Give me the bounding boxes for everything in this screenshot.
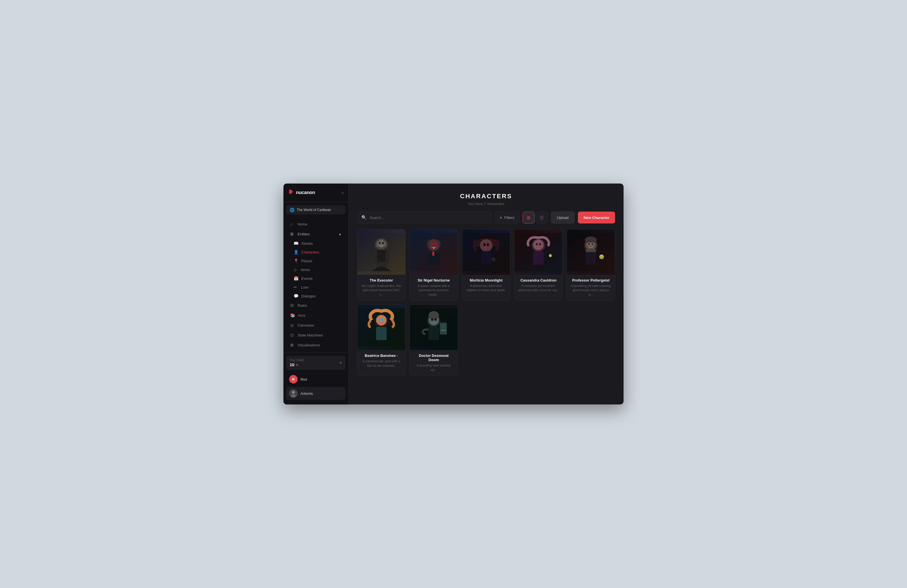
char-description: A suave vampire with a penchant for prec… [413,284,454,297]
sidebar-header: nucanon « [284,184,348,202]
user-artemis[interactable]: Artemis [286,387,346,400]
sidebar-item-home[interactable]: ⌂ Home [286,219,346,229]
sidebar-item-places-label: Places [301,259,312,263]
sidebar-item-rules[interactable]: ⊟ Rules [286,300,346,310]
char-image [357,305,405,350]
sidebar-item-events[interactable]: 📅 Events [289,274,346,283]
user-artemis-avatar [289,389,298,398]
svg-point-37 [588,243,590,245]
char-name: Doctor Desmond Doom [413,353,454,362]
filter-icon: ≡ [500,216,502,220]
user-riot[interactable]: R Riot [286,373,346,386]
char-name: Morticia Moonlight [466,278,507,283]
collapse-button[interactable]: « [341,190,344,195]
character-card[interactable]: The Executor the cryptic host/narrator, … [357,229,405,300]
upload-button[interactable]: Upload [551,212,575,224]
character-card[interactable]: Doctor Desmond Doom A brooding mad scien… [410,305,458,376]
svg-point-55 [434,318,436,321]
chevron-up-icon: ▲ [338,232,341,236]
character-card[interactable]: Morticia Moonlight A glamorous witch who… [462,229,510,300]
sidebar-item-lore[interactable]: ✏ Lore [289,283,346,291]
state-machines-icon: ⊡ [290,333,295,337]
page-title: CHARACTERS [360,193,612,200]
char-image [410,229,458,275]
char-info: The Executor the cryptic host/narrator, … [357,275,405,300]
page-header: CHARACTERS You have 7 characters [349,184,623,212]
char-info: Doctor Desmond Doom A brooding mad scien… [410,350,458,375]
sidebar-item-items-label: Items [301,268,310,272]
char-description: A bumbling yet well-meaning ghost hunter… [570,284,611,297]
svg-point-29 [536,243,538,245]
world-selector[interactable]: 🌐 The World of Caribean [286,205,346,214]
character-card[interactable]: Beatrice Banshee - A melodramatic spirit… [357,305,405,376]
char-name: The Executor [361,278,402,283]
character-card[interactable]: Sir Nigel Nocturne A suave vampire with … [410,229,458,300]
home-icon: ⌂ [290,222,295,226]
world-name: The World of Caribean [297,208,342,212]
main-content: CHARACTERS You have 7 characters 🔍 ≡ Fil… [349,184,623,404]
svg-point-48 [382,318,384,321]
search-icon: 🔍 [361,215,367,220]
grid-view-button[interactable]: ⊞ [522,212,535,224]
svg-rect-12 [374,253,377,254]
user-riot-avatar: R [289,375,298,383]
character-card[interactable]: Professor Poltergeist A bumbling yet wel… [567,229,615,300]
svg-rect-31 [533,251,544,265]
nav-sub-entities: 📖 Stories 👤 Characters 📍 Places ◇ Items … [287,239,348,300]
svg-point-16 [431,243,433,246]
svg-rect-49 [376,327,386,340]
svg-point-28 [533,240,544,250]
svg-point-9 [379,242,381,244]
svg-point-8 [378,240,385,248]
page-subtitle: You have 7 characters [360,202,612,206]
svg-rect-59 [441,330,446,331]
sidebar-item-events-label: Events [301,276,312,281]
filter-button[interactable]: ≡ Filters [495,212,519,224]
sidebar-item-places[interactable]: 📍 Places [289,257,346,265]
char-description: the cryptic host/narrator, this pitch-bl… [361,284,402,297]
sidebar-item-canvases[interactable]: ◎ Canvases [286,320,346,330]
visualisations-icon: ⊠ [290,343,295,347]
credit-info: Your Credit 10 ✦ [290,359,304,367]
char-name: Cassandra Cauldron [518,278,559,283]
user-artemis-name: Artemis [300,391,313,396]
add-credit-button[interactable]: + [340,360,342,365]
credit-box: Your Credit 10 ✦ + [286,356,346,370]
sidebar-item-state-machines[interactable]: ⊡ State Machines [286,330,346,340]
char-name: Sir Nigel Nocturne [413,278,454,283]
char-image [462,229,510,275]
sidebar-item-visualisations[interactable]: ⊠ Visualisations [286,340,346,350]
svg-point-46 [376,315,386,326]
sidebar-item-entities[interactable]: ⊞ Entities ▲ [286,229,346,239]
sidebar-item-state-machines-label: State Machines [298,333,323,337]
char-image [357,229,405,275]
svg-point-30 [539,243,541,245]
character-card[interactable]: Cassandra Cauldron A reclusive yet eccen… [514,229,562,300]
sidebar-item-arcs[interactable]: 📚 Arcs [286,310,346,320]
sidebar-item-lore-label: Lore [301,285,308,289]
sidebar: nucanon « 🌐 The World of Caribean ⌂ Home… [284,184,349,404]
sidebar-item-dialoges-label: Dialoges [301,294,316,298]
sidebar-item-stories[interactable]: 📖 Stories [289,239,346,248]
credit-icon: ✦ [296,363,298,367]
dialoges-icon: 💬 [294,294,298,298]
svg-point-36 [585,236,597,244]
char-name: Professor Poltergeist [570,278,611,283]
places-icon: 📍 [294,259,298,263]
sidebar-item-dialoges[interactable]: 💬 Dialoges [289,292,346,300]
events-icon: 📅 [294,276,298,281]
sidebar-item-items[interactable]: ◇ Items [289,265,346,274]
svg-point-25 [492,257,495,261]
svg-point-21 [480,239,492,251]
sidebar-item-canvases-label: Canvases [298,323,314,328]
list-view-button[interactable]: ☰ [536,212,548,224]
new-character-button[interactable]: New Character [578,212,615,224]
svg-point-47 [378,318,381,321]
char-image [410,305,458,350]
search-input[interactable] [370,216,487,220]
char-info: Beatrice Banshee - A melodramatic spirit… [357,350,405,371]
sidebar-item-characters[interactable]: 👤 Characters [289,248,346,256]
sidebar-item-arcs-label: Arcs [298,313,305,318]
char-description: A melodramatic spirit with a flair for t… [361,359,402,368]
svg-point-32 [549,254,552,257]
